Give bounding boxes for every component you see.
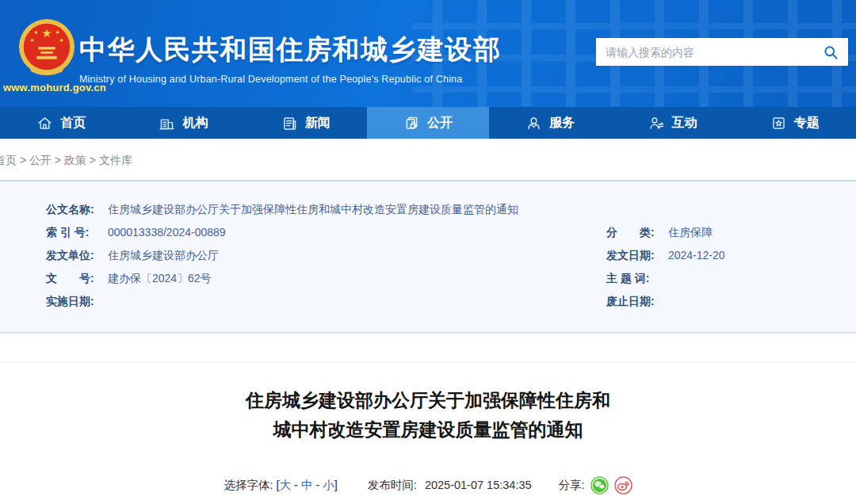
issue-date-label: 发文日期:: [606, 249, 665, 263]
search-box: [596, 38, 848, 66]
category-value: 住房保障: [668, 226, 713, 239]
site-title-english: Ministry of Housing and Urban-Rural Deve…: [79, 74, 502, 85]
doc-number-value: 建办保〔2024〕62号: [108, 272, 212, 284]
font-size-medium-button[interactable]: 中: [301, 478, 313, 493]
interaction-icon: [648, 115, 665, 132]
nav-item-organization[interactable]: 机构: [122, 107, 244, 139]
category-label: 分 类:: [606, 226, 665, 240]
breadcrumb-separator: >: [52, 154, 64, 166]
nav-label: 互动: [672, 115, 697, 132]
nav-item-news[interactable]: 新闻: [245, 107, 367, 139]
site-header: ★ ★ ★ ★ ★ www.mohurd.gov.cn 中华人民共和国住房和城乡…: [0, 0, 856, 107]
search-input[interactable]: [606, 46, 823, 59]
share-label: 分享:: [559, 478, 585, 493]
bracket-close: ]: [334, 479, 341, 491]
nav-item-home[interactable]: 首页: [0, 107, 122, 139]
svg-text:★: ★: [41, 27, 52, 40]
nav-label: 首页: [60, 115, 86, 132]
organization-icon: [159, 115, 175, 132]
meta-row-impl-repeal: 实施日期: 废止日期:: [0, 290, 856, 313]
nav-item-disclosure[interactable]: 公开: [367, 107, 489, 139]
implementation-date-label: 实施日期:: [46, 295, 105, 309]
document-meta-panel: 公文名称: 住房城乡建设部办公厅关于加强保障性住房和城中村改造安置房建设质量监管…: [0, 181, 856, 334]
national-emblem-logo: ★ ★ ★ ★ ★: [17, 17, 76, 79]
article-title-line2: 城中村改造安置房建设质量监管的通知: [0, 415, 856, 445]
breadcrumb-separator: >: [86, 154, 99, 166]
meta-row-issuer-date: 发文单位: 住房城乡建设部办公厅 发文日期: 2024-12-20: [0, 244, 856, 267]
doc-number-label: 文 号:: [46, 272, 105, 286]
nav-label: 服务: [549, 115, 575, 132]
publish-time-label: 发布时间:: [368, 478, 417, 493]
font-size-selector: 选择字体: [大 - 中 - 小]: [224, 478, 340, 493]
issuing-unit-label: 发文单位:: [46, 249, 105, 263]
issuing-unit-value: 住房城乡建设部办公厅: [108, 249, 219, 262]
svg-text:★: ★: [33, 29, 38, 35]
home-icon: [36, 115, 53, 132]
font-size-small-button[interactable]: 小: [323, 478, 334, 493]
article-title-line1: 住房城乡建设部办公厅关于加强保障性住房和: [0, 386, 856, 415]
dash: -: [291, 479, 301, 491]
article-meta-bar: 选择字体: [大 - 中 - 小] 发布时间: 2025-01-07 15:34…: [0, 475, 856, 495]
nav-label: 机构: [182, 115, 208, 132]
main-nav: 首页 机构 新闻 公开 服务: [0, 107, 856, 139]
wechat-share-icon[interactable]: [590, 476, 609, 494]
breadcrumb-bar: 首页 > 公开 > 政策 > 文件库: [0, 139, 856, 181]
disclosure-icon: [403, 115, 420, 132]
dash: -: [312, 479, 323, 491]
search-icon[interactable]: [823, 44, 839, 60]
svg-text:★: ★: [55, 29, 60, 35]
services-icon: [525, 115, 542, 132]
breadcrumb: 首页 > 公开 > 政策 > 文件库: [0, 154, 132, 168]
repeal-date-label: 废止日期:: [606, 295, 665, 309]
nav-item-topics[interactable]: 专题: [734, 107, 856, 139]
meta-row-index-category: 索 引 号: 000013338/2024-00889 分 类: 住房保障: [0, 221, 856, 244]
issue-date-value: 2024-12-20: [668, 249, 725, 262]
doc-name-value: 住房城乡建设部办公厅关于加强保障性住房和城中村改造安置房建设质量监管的通知: [108, 203, 518, 216]
publish-time-group: 发布时间: 2025-01-07 15:34:35: [368, 478, 532, 493]
nav-item-interaction[interactable]: 互动: [611, 107, 733, 139]
site-title-chinese: 中华人民共和国住房和城乡建设部: [79, 32, 502, 68]
publish-time-value: 2025-01-07 15:34:35: [425, 479, 532, 491]
doc-name-label: 公文名称:: [46, 203, 105, 217]
nav-label: 专题: [794, 115, 820, 132]
breadcrumb-home[interactable]: 首页: [0, 154, 17, 166]
breadcrumb-separator: >: [17, 154, 29, 166]
svg-text:★: ★: [29, 37, 34, 43]
page: ★ ★ ★ ★ ★ www.mohurd.gov.cn 中华人民共和国住房和城乡…: [0, 0, 856, 504]
svg-text:★: ★: [59, 37, 63, 43]
meta-row-name: 公文名称: 住房城乡建设部办公厅关于加强保障性住房和城中村改造安置房建设质量监管…: [0, 198, 856, 221]
nav-item-services[interactable]: 服务: [489, 107, 611, 139]
breadcrumb-policy[interactable]: 政策: [64, 154, 86, 166]
bracket-open: [: [273, 479, 279, 491]
breadcrumb-library[interactable]: 文件库: [99, 154, 132, 166]
keywords-label: 主 题 词:: [606, 272, 665, 286]
font-select-label: 选择字体:: [224, 478, 273, 493]
section-divider: [0, 361, 856, 362]
font-size-large-button[interactable]: 大: [280, 478, 292, 493]
topics-icon: [770, 115, 787, 132]
header-titles: 中华人民共和国住房和城乡建设部 Ministry of Housing and …: [79, 32, 502, 85]
share-group: 分享:: [559, 476, 632, 494]
news-icon: [281, 115, 298, 132]
nav-label: 公开: [427, 115, 453, 132]
article-title: 住房城乡建设部办公厅关于加强保障性住房和 城中村改造安置房建设质量监管的通知: [0, 386, 856, 445]
weibo-share-icon[interactable]: [614, 476, 632, 494]
index-number-value: 000013338/2024-00889: [108, 226, 226, 239]
meta-row-docno-keywords: 文 号: 建办保〔2024〕62号 主 题 词:: [0, 267, 856, 290]
breadcrumb-disclosure[interactable]: 公开: [29, 154, 52, 166]
index-number-label: 索 引 号:: [46, 226, 105, 240]
nav-label: 新闻: [305, 115, 331, 132]
